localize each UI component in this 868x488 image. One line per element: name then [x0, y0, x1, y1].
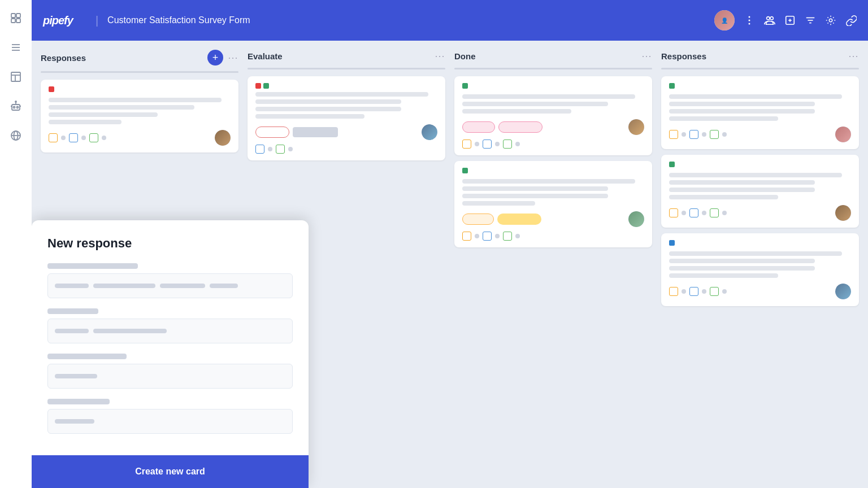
form-label-4: [47, 399, 110, 404]
svg-rect-0: [11, 14, 15, 18]
column-cards-responses-1: [41, 80, 238, 152]
card-avatar: [215, 130, 231, 146]
form-label-1: [47, 263, 138, 269]
card-icon: [669, 287, 678, 296]
ph-block: [55, 284, 89, 288]
card-line: [462, 179, 635, 184]
column-title-done: Done: [454, 51, 637, 61]
modal-body: New response: [32, 220, 309, 455]
svg-rect-1: [16, 14, 20, 18]
more-options-icon[interactable]: [744, 15, 755, 26]
card-icon: [669, 130, 678, 139]
card-avatar: [422, 124, 437, 140]
card-line: [669, 188, 815, 192]
column-cards-responses-2: [661, 76, 859, 306]
svg-rect-7: [11, 72, 20, 81]
card-line: [255, 92, 428, 97]
card[interactable]: [41, 80, 238, 152]
filter-icon[interactable]: [805, 15, 816, 26]
avatar-face: [835, 284, 851, 299]
card-dot: [102, 136, 106, 140]
ph-block: [55, 374, 97, 378]
card-icon: [689, 130, 698, 139]
column-cards-done: [454, 76, 652, 247]
card-indicators: [255, 83, 437, 89]
card-dot: [268, 147, 272, 151]
card[interactable]: [661, 233, 859, 306]
export-icon[interactable]: [784, 15, 796, 26]
svg-point-20: [749, 16, 750, 18]
create-new-card-button[interactable]: Create new card: [135, 467, 205, 477]
card-line: [255, 114, 364, 119]
column-title-responses-2: Responses: [661, 51, 844, 61]
card-badge-orange: [462, 213, 494, 225]
column-menu-responses-2[interactable]: ⋯: [848, 50, 859, 62]
avatar-image: 👤: [714, 10, 735, 30]
card-line: [462, 109, 571, 114]
link-icon[interactable]: [845, 15, 857, 26]
sidebar-item-bot[interactable]: [7, 97, 25, 115]
column-header-done: Done ⋯: [454, 50, 652, 62]
sidebar-item-list[interactable]: [7, 38, 25, 56]
card-dot: [702, 132, 706, 137]
sidebar-item-table[interactable]: [7, 68, 25, 86]
input-placeholder-3: [55, 374, 97, 378]
header-actions: 👤: [714, 10, 857, 30]
card-avatar: [835, 205, 851, 221]
card-dot: [475, 234, 479, 238]
card-line: [669, 259, 815, 263]
column-menu-done[interactable]: ⋯: [641, 50, 652, 62]
column-header-evaluate: Evaluate ⋯: [248, 50, 445, 62]
card-line: [255, 99, 401, 104]
form-input-1[interactable]: [47, 273, 293, 298]
card[interactable]: [661, 155, 859, 228]
card-icon: [255, 145, 264, 154]
form-label-2: [47, 308, 98, 314]
settings-icon[interactable]: [825, 15, 836, 26]
header-divider: |: [96, 14, 98, 27]
column-title-evaluate: Evaluate: [248, 51, 430, 61]
people-icon[interactable]: [764, 15, 775, 26]
ph-block: [55, 419, 94, 424]
card-badge: [293, 127, 338, 137]
add-card-button-responses-1[interactable]: +: [207, 50, 223, 66]
column-header-responses-1: Responses + ⋯: [41, 50, 238, 66]
card-icon: [462, 140, 471, 149]
card-line: [669, 116, 778, 121]
card-dot: [515, 142, 520, 146]
form-input-2[interactable]: [47, 319, 293, 343]
avatar-face: [422, 124, 437, 140]
ph-block: [160, 284, 205, 288]
main-content: pipefy | Customer Satisfaction Survey Fo…: [32, 0, 868, 488]
form-group-2: [47, 308, 293, 343]
card[interactable]: [661, 76, 859, 149]
sidebar-item-globe[interactable]: [7, 127, 25, 145]
sidebar: [0, 0, 32, 488]
column-cards-evaluate: [248, 76, 445, 175]
ph-block: [93, 329, 167, 333]
sidebar-item-grid[interactable]: [7, 9, 25, 27]
card-dot: [475, 142, 479, 146]
card-line: [669, 109, 815, 114]
card-dot: [288, 147, 293, 151]
card-dot: [495, 234, 500, 238]
card-dot: [682, 132, 686, 137]
card-badges: [462, 213, 541, 225]
card-dot: [81, 136, 86, 140]
card-icons: [669, 287, 727, 296]
card[interactable]: [454, 76, 652, 155]
form-input-4[interactable]: [47, 409, 293, 434]
svg-rect-2: [11, 19, 15, 23]
form-input-3[interactable]: [47, 364, 293, 389]
card-line: [462, 102, 608, 106]
card[interactable]: [248, 76, 445, 160]
column-menu-evaluate[interactable]: ⋯: [435, 50, 445, 62]
card-badge: [255, 127, 289, 138]
card-line: [255, 107, 401, 111]
card[interactable]: [454, 161, 652, 247]
column-menu-responses-1[interactable]: ⋯: [228, 51, 238, 64]
user-avatar[interactable]: 👤: [714, 10, 735, 30]
card-footer: [462, 119, 644, 135]
avatar-face: [835, 205, 851, 221]
card-icons-row: [462, 140, 644, 149]
